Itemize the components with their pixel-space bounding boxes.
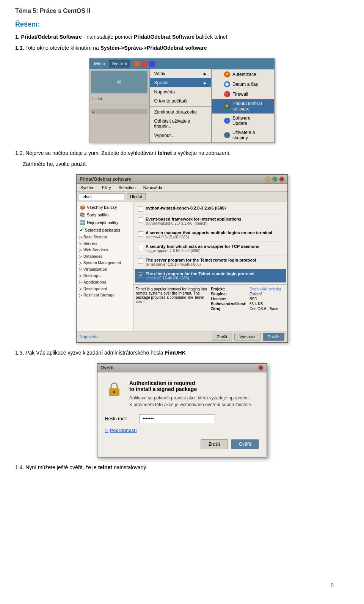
sidebar-package-sets[interactable]: 📚 Sady balíků	[77, 211, 133, 219]
pkg-zrusit-button[interactable]: Zrušit	[212, 333, 232, 341]
pkg-name-3: A security tool which acts as a wrapper …	[146, 244, 259, 249]
pkg-item-2[interactable]: A screen manager that supports multiple …	[135, 228, 286, 242]
pkg-content: python-twisted-conch-8.2.0-3.2.el6 (i686…	[133, 202, 287, 331]
page-number: 5	[331, 582, 334, 588]
pkg-item-4[interactable]: The server program for the Telnet remote…	[135, 255, 286, 269]
sidebar-resilient[interactable]: ▷ Resilient Storage	[77, 292, 133, 298]
sidebar-desktops[interactable]: ▷ Desktops	[77, 273, 133, 279]
pkg-item-5[interactable]: ✔ The client program for the Telnet remo…	[135, 269, 286, 283]
menu-zamknout[interactable]: Zamknout obrazovku	[150, 107, 211, 117]
sidebar-selected[interactable]: ✔ Selected packages	[77, 226, 133, 234]
pkg-sidebar: 📦 Všechny balíčky 📚 Sady balíků 🆕 Nejnov…	[77, 202, 133, 331]
submenu-firewall[interactable]: 🛡 Firewall	[212, 89, 274, 99]
pkg-vymazat-button[interactable]: Vymazat	[234, 333, 260, 341]
pkg-item-0[interactable]: python-twisted-conch-8.2.0-3.2.el6 (i686…	[135, 203, 286, 214]
sprava-submenu: 🔑 Autentizace 🕐 Datum a čas 🛡 Firewall	[212, 69, 275, 143]
desktop-panel: áč imuhk s	[89, 69, 149, 143]
submenu-software-update[interactable]: ↑ Software Update	[212, 114, 274, 128]
pkg-checkbox-2[interactable]	[138, 231, 143, 237]
auth-header: Authentication is requiredto install a s…	[105, 380, 259, 408]
search-input[interactable]	[79, 193, 124, 200]
pkg-menu-system[interactable]: Systém	[79, 185, 96, 191]
submenu-uzivatele[interactable]: 👤 Uživatelé a skupiny	[212, 128, 274, 142]
sidebar-servers[interactable]: ▷ Servers	[77, 240, 133, 247]
sidebar-sys-mgmt[interactable]: ▷ System Management	[77, 260, 133, 266]
auth-close-button[interactable]: ✕	[258, 365, 264, 371]
submenu-datum[interactable]: 🕐 Datum a čas	[212, 79, 274, 89]
app-icon2	[149, 61, 155, 67]
detail-projekt-value[interactable]: Domovská stránka	[249, 287, 285, 291]
section-heading: Řešení:	[15, 21, 349, 28]
menu-odhlasit[interactable]: Odhlásit uživatele fimuhk...	[150, 117, 211, 131]
sidebar-all-packages[interactable]: 📦 Všechny balíčky	[77, 203, 133, 211]
auth-details-link[interactable]: ▷ Podrobnosti	[105, 428, 259, 433]
pkg-checkbox-1[interactable]	[138, 218, 143, 223]
submenu-autentizace[interactable]: 🔑 Autentizace	[212, 69, 274, 79]
sidebar-web-services[interactable]: ▷ Web Services	[77, 247, 133, 253]
pkg-desc-4: telnet-server-1:0.17-46.el6 (i686)	[146, 262, 256, 267]
pkg-menu-napoveda[interactable]: Nápověda	[142, 185, 164, 191]
pkg-checkbox-4[interactable]	[138, 259, 143, 264]
pkg-name-2: A screen manager that supports multiple …	[146, 230, 272, 235]
auth-titlebar: Ověřit ✕	[97, 364, 267, 372]
pkg-item-1[interactable]: Event-based framework for internet appli…	[135, 214, 286, 228]
sidebar-development[interactable]: ▷ Development	[77, 285, 133, 292]
pkg-checkbox-0[interactable]	[138, 207, 143, 212]
pkg-desc-5: telnet-1:0.17-46.el6 (i686)	[146, 276, 254, 280]
pkg-title: Přidat/Odebrat software	[80, 177, 131, 182]
auth-field-row: Heslo root:	[105, 414, 259, 423]
taskbar-mista[interactable]: Místa	[91, 60, 108, 68]
detail-velikost-value: 56,4 KB	[249, 302, 285, 306]
pkg-help-link[interactable]: Nápověda	[80, 334, 99, 339]
pkg-item-3[interactable]: A security tool which acts as a wrapper …	[135, 242, 286, 255]
pkg-desc-2: screen-4.0.3-15.el6 (i686)	[146, 235, 272, 239]
minimize-button[interactable]: _	[265, 177, 271, 182]
auth-heading: Authentication is requiredto install a s…	[129, 380, 252, 392]
password-input[interactable]	[139, 414, 215, 423]
step1-text: 1. Přidat/Odebrat Software - nainstalujt…	[15, 33, 349, 41]
pkg-checkbox-3[interactable]	[138, 245, 143, 250]
search-button[interactable]: Hledat	[127, 193, 146, 200]
pkg-package-list: python-twisted-conch-8.2.0-3.2.el6 (i686…	[133, 202, 287, 284]
auth-field-label: Heslo root:	[105, 416, 135, 421]
taskbar: Místa Systém	[89, 58, 275, 69]
detail-projekt-label: Projekt:	[211, 287, 246, 291]
auth-desc1: Aplikace se pokouší provést akci, která …	[129, 394, 252, 401]
menu-o-pocitaci[interactable]: O tomto počítači	[150, 96, 211, 106]
close-button[interactable]: ✕	[279, 177, 284, 182]
detail-skupina-label: Skupina:	[211, 292, 246, 296]
sidebar-newest[interactable]: 🆕 Nejnovější balíky	[77, 219, 133, 226]
maximize-button[interactable]: □	[272, 177, 278, 182]
sidebar-virtualization[interactable]: ▷ Virtualization	[77, 266, 133, 273]
pkg-menu-selection[interactable]: Selection	[117, 185, 137, 191]
pkg-menu-filtry[interactable]: Filtry	[100, 185, 113, 191]
pkg-toolbar: Hledat	[77, 192, 287, 202]
auth-overit-button[interactable]: Ověřit	[231, 439, 259, 449]
menu-sprava[interactable]: Správa ▶	[150, 78, 211, 87]
step1-4-text: 1.4. Nyní můžete ještě ověřit, že je tel…	[15, 464, 349, 472]
clock-icon: 🕐	[224, 81, 230, 87]
pkg-pouzit-button[interactable]: Použít	[263, 333, 284, 341]
auth-zrusit-button[interactable]: Zrušit	[201, 439, 228, 449]
sidebar-base-system[interactable]: ▷ Base System	[77, 234, 133, 240]
menu-volby[interactable]: Volby ▶	[150, 69, 211, 78]
menu-napoveda[interactable]: Nápověda	[150, 87, 211, 96]
sidebar-databases[interactable]: ▷ Databases	[77, 253, 133, 260]
pkg-checkbox-5[interactable]: ✔	[138, 272, 143, 278]
taskbar-system[interactable]: Systém	[109, 60, 130, 68]
submenu-pridat-odebrat[interactable]: 📦 Přidat/Odebrat software	[212, 99, 274, 114]
detail-zdroj-value: CentOS-6 · Base	[249, 307, 285, 311]
pkg-body: 📦 Všechny balíčky 📚 Sady balíků 🆕 Nejnov…	[77, 202, 287, 331]
auth-dialog-title: Ověřit	[100, 365, 114, 371]
key-icon: 🔑	[224, 71, 230, 77]
menu-vypnout[interactable]: Vypnout...	[150, 131, 211, 140]
screenshot-pkg-manager: Přidat/Odebrat software _ □ ✕ Systém Fil…	[15, 174, 349, 343]
sidebar-applications[interactable]: ▷ Applications	[77, 279, 133, 285]
step1-2b-text: Zatrhněte ho, zvolte použít.	[15, 160, 349, 168]
page-title: Téma 5: Práce s CentOS II	[15, 8, 349, 14]
auth-body: Authentication is requiredto install a s…	[97, 372, 267, 457]
firefox-icon	[134, 61, 140, 67]
pkg-desc-3: tcp_wrappers-7.6-56.3.el6 (i686)	[146, 249, 259, 253]
package-icon: 📦	[224, 103, 230, 109]
auth-desc2: K provedení této akce je vyžadováno ověř…	[129, 401, 252, 408]
